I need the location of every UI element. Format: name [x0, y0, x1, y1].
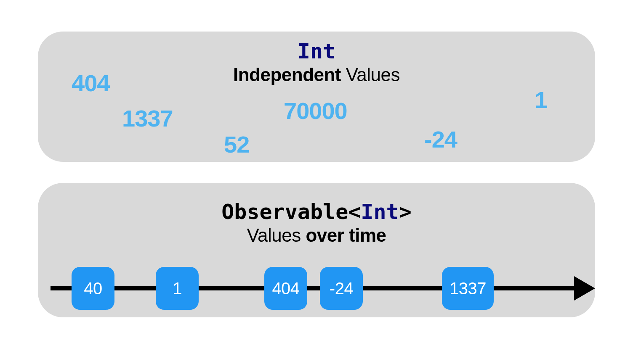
marble: 40 [72, 267, 114, 310]
observable-panel: Observable<Int> Values over time 401404-… [38, 183, 595, 317]
int-title: Int [38, 39, 595, 63]
scattered-value: 404 [72, 69, 109, 97]
int-subtitle-rest: Values [341, 64, 400, 85]
marble: 1337 [442, 267, 494, 310]
observable-prefix: Observable< [221, 200, 361, 224]
scattered-value: 1337 [122, 105, 173, 132]
marble: -24 [320, 267, 363, 310]
observable-subtitle-plain: Values [247, 225, 306, 245]
scattered-value: 1 [535, 86, 547, 113]
observable-type: Int [361, 200, 399, 224]
observable-subtitle-bold: over time [306, 225, 386, 245]
int-type-label: Int [298, 39, 335, 63]
timeline-axis [51, 286, 582, 290]
observable-subtitle: Values over time [38, 225, 595, 246]
timeline: 401404-241337 [38, 267, 595, 317]
scattered-value: -24 [424, 126, 457, 153]
int-subtitle: Independent Values [38, 64, 595, 85]
int-values-panel: Int Independent Values 40413375270000-24… [38, 32, 595, 162]
marble: 1 [156, 267, 199, 310]
scattered-value: 70000 [284, 97, 347, 124]
int-title-block: Int Independent Values [38, 32, 595, 85]
observable-title-block: Observable<Int> Values over time [38, 192, 595, 246]
marble: 404 [264, 267, 307, 310]
arrow-head-icon [574, 276, 595, 301]
int-subtitle-bold: Independent [233, 64, 341, 85]
observable-suffix: > [399, 200, 412, 224]
scattered-value: 52 [224, 131, 249, 158]
observable-title: Observable<Int> [38, 200, 595, 224]
